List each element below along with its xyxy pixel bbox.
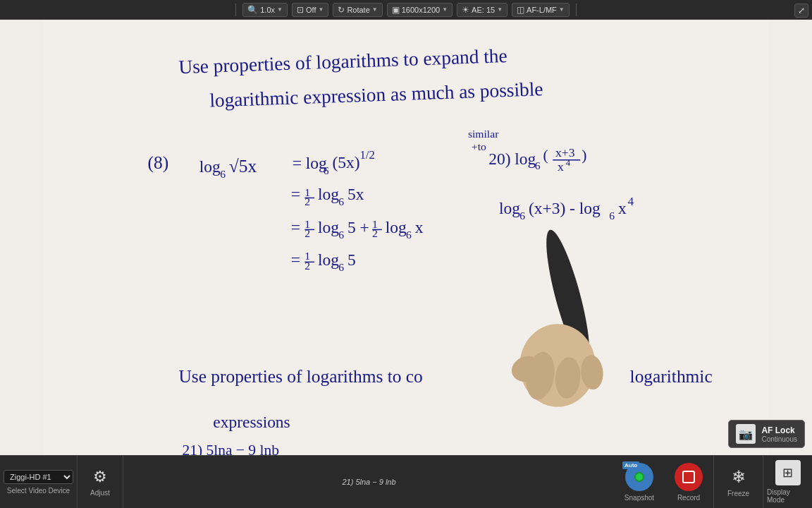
record-btn-circle [675,463,703,491]
af-lock-title: AF Lock [761,425,797,435]
svg-text:4: 4 [566,158,571,168]
af-value: AF-L/MF [527,6,557,14]
svg-text:(5x): (5x) [332,153,359,171]
device-select[interactable]: Ziggi-HD #1 [4,470,73,484]
snapshot-label: Snapshot [625,494,654,502]
svg-text:x: x [558,159,564,174]
svg-text:(: ( [543,147,548,164]
svg-text:(x+3) - log: (x+3) - log [529,199,601,217]
svg-text:log: log [318,185,339,203]
af-lock-icon: 📷 [736,424,756,444]
svg-text:log: log [386,218,407,236]
overlay-value: Off [306,6,316,14]
svg-text:1/2: 1/2 [360,148,375,162]
svg-text:6: 6 [338,229,344,241]
svg-text:6: 6 [338,261,344,273]
adjust-label: Adjust [90,489,110,497]
adjust-icon: ⚙ [93,468,107,486]
svg-text:2: 2 [304,227,310,239]
svg-text:x: x [415,218,424,236]
camera-view: Use properties of logarithms to expand t… [0,0,812,455]
snapshot-btn-circle: Auto [625,463,653,491]
svg-text:Use properties of logarithms t: Use properties of logarithms to co [179,366,423,386]
freeze-icon: ❄ [732,467,746,487]
af-lock-overlay[interactable]: 📷 AF Lock Continuous [728,420,805,448]
overlay-btn[interactable]: ⊡ Off ▼ [292,3,328,17]
toolbar-divider-2 [576,4,577,16]
rotate-chevron: ▼ [372,6,378,13]
overlay-icon: ⊡ [297,5,304,15]
af-btn[interactable]: ◫ AF-L/MF ▼ [512,3,570,17]
svg-text:6: 6 [220,168,226,180]
device-selector-area: Ziggi-HD #1 Select Video Device [0,456,78,508]
record-label: Record [677,494,700,502]
ae-chevron: ▼ [497,6,503,13]
svg-text:5 +: 5 + [347,218,369,236]
freeze-button[interactable]: ❄ Freeze [713,456,763,508]
svg-text:4: 4 [628,195,634,208]
svg-text:6: 6 [535,159,541,171]
svg-text:(8): (8) [148,152,169,173]
svg-text:√5x: √5x [229,156,257,176]
freeze-label: Freeze [727,490,749,497]
svg-text:2: 2 [372,227,378,239]
partial-math-text: 21) 5lna − 9 lnb [342,478,395,486]
resolution-value: 1600x1200 [402,6,440,14]
zoom-chevron: ▼ [277,6,283,13]
rotate-icon: ↻ [338,5,345,15]
svg-text:expressions: expressions [213,413,290,431]
zoom-btn[interactable]: 🔍 1.0x ▼ [242,3,288,17]
svg-text:=: = [291,218,300,236]
select-video-device-label: Select Video Device [7,487,70,495]
toolbar-divider-1 [235,4,236,16]
svg-text:2: 2 [304,195,310,207]
svg-text:log: log [318,250,339,269]
svg-text:21)  5lna − 9 lnb: 21) 5lna − 9 lnb [182,442,279,455]
svg-text:2: 2 [304,260,310,272]
svg-text:5x: 5x [347,185,364,203]
display-mode-button[interactable]: ⊞ Display Mode [763,456,812,508]
svg-text:x: x [618,199,627,217]
record-button[interactable]: Record [664,456,713,508]
top-toolbar: 🔍 1.0x ▼ ⊡ Off ▼ ↻ Rotate ▼ ▣ 1600x1200 … [0,0,812,20]
svg-text:6: 6 [324,164,329,176]
af-lock-subtitle: Continuous [761,435,797,443]
svg-text:6: 6 [338,195,344,207]
resolution-btn[interactable]: ▣ 1600x1200 ▼ [387,3,453,17]
svg-text:=: = [291,250,300,269]
rotate-value: Rotate [347,6,369,14]
af-lock-text: AF Lock Continuous [761,425,797,443]
rotate-btn[interactable]: ↻ Rotate ▼ [333,3,382,17]
record-icon [682,471,695,483]
svg-text:6: 6 [406,229,412,241]
af-chevron: ▼ [559,6,565,13]
snapshot-green-dot [634,472,644,482]
resolution-icon: ▣ [392,5,400,15]
auto-badge: Auto [622,461,639,469]
middle-area: 21) 5lna − 9 lnb [123,478,615,486]
zoom-icon: 🔍 [247,5,258,15]
svg-text:log: log [318,218,339,236]
zoom-value: 1.0x [260,6,275,14]
svg-text:logarithmic: logarithmic [630,366,713,386]
svg-text:20)  log: 20) log [488,150,536,168]
display-mode-label: Display Mode [767,488,808,504]
svg-text:similar: similar [468,128,499,140]
ae-value: AE: 15 [472,6,495,14]
ae-btn[interactable]: ☀ AE: 15 ▼ [457,3,508,17]
expand-button[interactable]: ⤢ [794,4,808,18]
svg-text:6: 6 [519,210,525,222]
whiteboard-content: Use properties of logarithms to expand t… [0,0,812,455]
svg-text:5: 5 [347,250,356,269]
svg-text:+to: +to [472,140,486,152]
svg-text:log: log [199,157,221,176]
resolution-chevron: ▼ [442,6,448,13]
bottom-bar: Ziggi-HD #1 Select Video Device ⚙ Adjust… [0,455,812,508]
snapshot-button[interactable]: Auto Snapshot [615,456,664,508]
overlay-chevron: ▼ [318,6,324,13]
af-icon: ◫ [517,5,524,15]
svg-text:log: log [499,199,520,217]
adjust-button[interactable]: ⚙ Adjust [78,456,123,508]
right-controls: ❄ Freeze ⊞ Display Mode [713,456,812,508]
svg-text:6: 6 [609,210,615,222]
